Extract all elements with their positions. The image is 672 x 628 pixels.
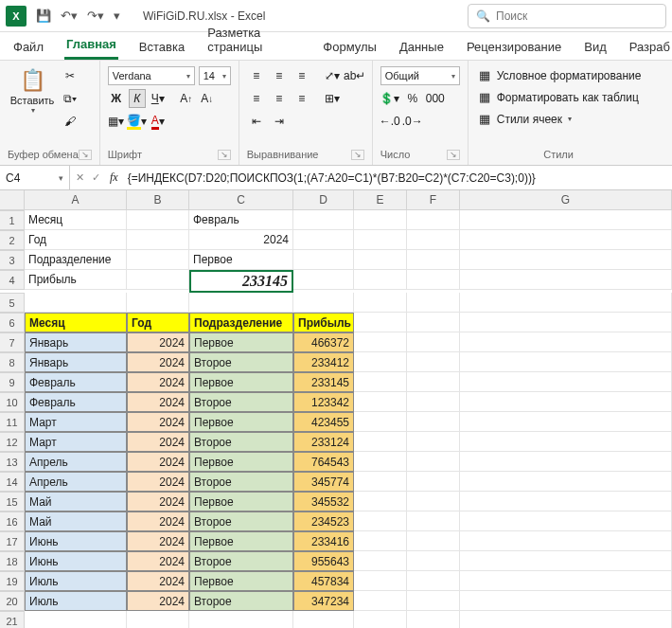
cell[interactable] [407, 531, 460, 551]
table-cell[interactable]: Январь [25, 352, 127, 372]
align-center-button[interactable]: ≡ [270, 89, 289, 108]
row-header[interactable]: 12 [0, 432, 25, 452]
qat-customize-icon[interactable]: ▾ [114, 9, 120, 23]
cell[interactable] [407, 210, 460, 230]
format-painter-button[interactable]: 🖌 [61, 112, 80, 131]
cell[interactable] [407, 332, 460, 352]
cell[interactable] [407, 551, 460, 571]
cell[interactable] [460, 432, 672, 452]
increase-indent-button[interactable]: ⇥ [270, 112, 289, 131]
cell[interactable] [354, 352, 407, 372]
cell[interactable] [407, 511, 460, 531]
cell[interactable] [189, 611, 293, 628]
table-cell[interactable]: Март [25, 412, 127, 432]
cell[interactable] [354, 372, 407, 392]
cell[interactable] [460, 531, 672, 551]
table-cell[interactable]: 2024 [127, 551, 189, 571]
cell[interactable] [407, 452, 460, 472]
active-cell[interactable]: 233145 [189, 270, 293, 293]
cell[interactable] [460, 591, 672, 611]
table-cell[interactable]: 233416 [293, 531, 354, 551]
table-cell[interactable]: Первое [189, 332, 293, 352]
row-header[interactable]: 8 [0, 352, 25, 372]
cell[interactable] [354, 611, 407, 628]
cell[interactable] [460, 250, 672, 270]
cell[interactable]: Февраль [189, 210, 293, 230]
tab-review[interactable]: Рецензирование [465, 34, 563, 60]
tab-formulas[interactable]: Формулы [321, 34, 379, 60]
cell[interactable] [460, 270, 672, 290]
cell[interactable] [407, 372, 460, 392]
cell[interactable] [460, 352, 672, 372]
cell[interactable]: Месяц [25, 210, 127, 230]
cell[interactable] [460, 230, 672, 250]
row-header[interactable]: 15 [0, 492, 25, 511]
table-cell[interactable]: Второе [189, 352, 293, 372]
table-cell[interactable]: 2024 [127, 432, 189, 452]
align-left-button[interactable]: ≡ [247, 89, 266, 108]
table-cell[interactable]: 2024 [127, 571, 189, 591]
copy-button[interactable]: ⧉▾ [61, 89, 80, 108]
number-format-select[interactable]: Общий▾ [380, 66, 460, 85]
table-cell[interactable]: Первое [189, 571, 293, 591]
table-cell[interactable]: Июнь [25, 551, 127, 571]
cell[interactable] [354, 531, 407, 551]
cell[interactable] [127, 230, 189, 250]
cell[interactable] [460, 313, 672, 332]
cell[interactable] [293, 250, 354, 270]
table-header[interactable]: Год [127, 313, 189, 332]
cell[interactable] [460, 452, 672, 472]
cell[interactable] [354, 571, 407, 591]
cell[interactable] [354, 210, 407, 230]
row-header[interactable]: 13 [0, 452, 25, 472]
cell[interactable] [189, 293, 293, 313]
cell[interactable] [127, 210, 189, 230]
cell[interactable] [354, 250, 407, 270]
cell[interactable] [354, 492, 407, 511]
table-cell[interactable]: 2024 [127, 472, 189, 492]
format-as-table-button[interactable]: ▦Форматировать как таблиц [476, 88, 642, 106]
column-header[interactable]: E [354, 190, 407, 210]
row-header[interactable]: 18 [0, 551, 25, 571]
increase-font-button[interactable]: A↑ [178, 89, 195, 108]
table-cell[interactable]: 345774 [293, 472, 354, 492]
name-box[interactable]: C4▾ [0, 166, 70, 189]
increase-decimal-button[interactable]: ←.0 [380, 112, 399, 131]
column-header[interactable]: A [25, 190, 127, 210]
formula-input[interactable]: {=ИНДЕКС(D7:D20;ПОИСКПОЗ(1;(A7:A20=C1)*(… [128, 171, 536, 185]
table-cell[interactable]: 2024 [127, 511, 189, 531]
column-header[interactable]: F [407, 190, 460, 210]
cell[interactable] [460, 511, 672, 531]
cell[interactable] [293, 210, 354, 230]
decrease-font-button[interactable]: A↓ [199, 89, 216, 108]
table-cell[interactable]: Второе [189, 511, 293, 531]
cell[interactable] [407, 270, 460, 290]
table-cell[interactable]: 2024 [127, 591, 189, 611]
cell[interactable] [127, 250, 189, 270]
cell[interactable] [354, 432, 407, 452]
cell[interactable] [460, 332, 672, 352]
decrease-indent-button[interactable]: ⇤ [247, 112, 266, 131]
row-header[interactable]: 11 [0, 412, 25, 432]
cell[interactable] [354, 452, 407, 472]
table-cell[interactable]: Апрель [25, 452, 127, 472]
table-cell[interactable]: Первое [189, 452, 293, 472]
tab-insert[interactable]: Вставка [137, 34, 186, 60]
cell[interactable] [407, 492, 460, 511]
dialog-launcher-icon[interactable]: ↘ [218, 150, 231, 160]
cell[interactable] [407, 352, 460, 372]
row-header[interactable]: 14 [0, 472, 25, 492]
table-cell[interactable]: Июнь [25, 531, 127, 551]
table-cell[interactable]: 457834 [293, 571, 354, 591]
cell[interactable] [354, 412, 407, 432]
table-cell[interactable]: Первое [189, 412, 293, 432]
row-header[interactable]: 2 [0, 230, 25, 250]
cell[interactable] [354, 551, 407, 571]
cell[interactable] [293, 230, 354, 250]
conditional-formatting-button[interactable]: ▦Условное форматирование [476, 66, 642, 84]
undo-icon[interactable]: ↶▾ [61, 9, 78, 23]
table-cell[interactable]: 345532 [293, 492, 354, 511]
cell[interactable] [460, 293, 672, 313]
table-cell[interactable]: Март [25, 432, 127, 452]
row-header[interactable]: 7 [0, 332, 25, 352]
